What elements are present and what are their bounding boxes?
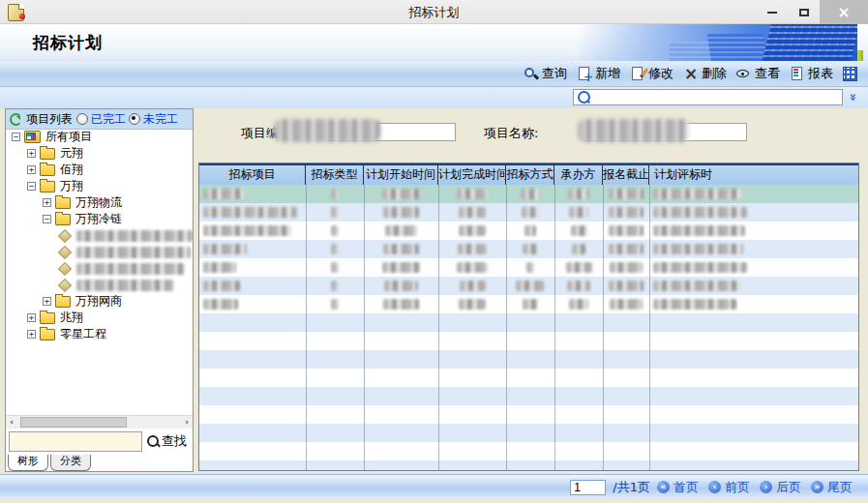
table-row[interactable]	[199, 258, 858, 277]
radio-unchecked[interactable]	[76, 113, 88, 125]
pager-button-后页[interactable]: ›后页	[760, 479, 801, 496]
collapse-toggle-icon[interactable]: −	[27, 182, 36, 191]
tree-item-万翔网商[interactable]: +万翔网商	[6, 293, 193, 310]
redacted-cell	[331, 207, 339, 218]
redacted-cell	[567, 281, 591, 291]
folder-icon	[40, 181, 55, 192]
toolbar-button-view[interactable]: 查看	[732, 63, 785, 84]
redacted-cell	[203, 207, 297, 218]
table-row[interactable]	[199, 222, 858, 240]
tree-item-兆翔[interactable]: +兆翔	[6, 310, 193, 326]
tree-item-label: 所有项目	[45, 129, 92, 145]
toolbar-button-report[interactable]: 报表	[785, 63, 838, 84]
pager-button-首页[interactable]: «首页	[657, 479, 699, 496]
redacted-cell	[331, 262, 339, 273]
redacted-cell	[384, 281, 417, 291]
redacted-cell	[331, 244, 339, 254]
expand-toggle-icon[interactable]: +	[43, 198, 51, 207]
table-row[interactable]	[199, 277, 858, 295]
toolbar-button-label: 新增	[595, 65, 620, 82]
page-number-input[interactable]	[570, 480, 606, 495]
tree-item-redacted[interactable]	[6, 244, 193, 260]
toolbar-button-search[interactable]: 查询	[519, 63, 572, 84]
tree-item-元翔[interactable]: +元翔	[6, 145, 193, 162]
quick-search-input[interactable]	[590, 90, 842, 104]
filter-form: 项目编号: 项目名称:	[198, 108, 859, 163]
table-row-selected[interactable]	[199, 185, 858, 203]
tree-item-万翔物流[interactable]: +万翔物流	[6, 194, 193, 211]
expand-toggle-icon[interactable]: +	[27, 330, 36, 339]
project-name-label: 项目名称:	[484, 125, 538, 142]
toolbar-button-label: 查看	[755, 65, 780, 82]
redacted-cell	[572, 244, 586, 254]
toolbar-button-new[interactable]: 新增	[572, 63, 625, 84]
collapse-panel-icon[interactable]: «	[845, 93, 859, 101]
folder-icon	[55, 214, 71, 225]
tree-item-redacted[interactable]	[6, 277, 193, 293]
tree-item-零星工程[interactable]: +零星工程	[6, 326, 193, 342]
toolbar-button-grid[interactable]	[838, 65, 862, 83]
pager-button-label: 后页	[776, 479, 801, 496]
minimize-icon	[767, 12, 777, 14]
table-grid-line	[438, 185, 439, 470]
horizontal-scrollbar[interactable]: ‹ ›	[6, 415, 193, 429]
radio-checked[interactable]	[129, 113, 140, 125]
minimize-button[interactable]	[756, 0, 788, 24]
toolbar-button-edit[interactable]: 修改	[625, 63, 678, 84]
tree-item-佰翔[interactable]: +佰翔	[6, 162, 193, 178]
sidebar-tab-分类[interactable]: 分类	[50, 455, 91, 471]
tree-item-万翔冷链[interactable]: −万翔冷链	[6, 211, 193, 227]
titlebar: 招标计划 ×	[0, 0, 868, 24]
maximize-button[interactable]	[788, 0, 820, 24]
quick-search-box[interactable]	[573, 89, 843, 105]
redacted-cell	[568, 189, 589, 199]
tree-item-所有项目[interactable]: −所有项目	[6, 129, 193, 145]
pager-button-尾页[interactable]: »尾页	[811, 479, 853, 496]
tree-item-redacted[interactable]	[6, 227, 193, 244]
radio-label[interactable]: 未完工	[143, 111, 178, 128]
column-header-计划完成时间: 计划完成时间	[438, 165, 506, 185]
redacted-cell	[609, 281, 643, 291]
find-button[interactable]: 查找	[147, 432, 187, 450]
window-title: 招标计划	[0, 0, 868, 24]
collapse-toggle-icon[interactable]: −	[12, 133, 20, 141]
folder-icon	[40, 312, 55, 324]
folder-icon	[55, 197, 71, 209]
redacted-cell	[203, 225, 291, 236]
column-header-承办方: 承办方	[554, 165, 603, 185]
expand-toggle-icon[interactable]: +	[27, 313, 36, 322]
toolbar-button-delete[interactable]: 删除	[678, 63, 732, 84]
scroll-left-icon[interactable]: ‹	[6, 416, 17, 429]
toolbar-button-label: 删除	[702, 65, 727, 82]
table-row[interactable]	[199, 240, 858, 258]
projects-root-icon	[24, 131, 41, 143]
expand-toggle-icon[interactable]: +	[43, 297, 51, 306]
tree-item-label: 万翔网商	[75, 293, 122, 310]
tree-item-万翔[interactable]: −万翔	[6, 178, 193, 194]
prev-page-icon: ‹	[708, 481, 721, 493]
tree-item-redacted[interactable]	[6, 260, 193, 277]
expand-toggle-icon[interactable]: +	[27, 149, 36, 158]
refresh-icon[interactable]	[10, 113, 22, 126]
table-row[interactable]	[199, 295, 858, 313]
redacted-tree-label	[76, 280, 173, 291]
tree-item-label: 佰翔	[60, 162, 83, 178]
close-button[interactable]: ×	[820, 0, 868, 24]
expand-toggle-icon[interactable]: +	[27, 165, 36, 174]
redacted-cell	[569, 299, 588, 310]
redacted-tree-label	[76, 247, 191, 258]
first-page-icon: «	[657, 481, 670, 493]
empty-table-row	[199, 442, 858, 460]
radio-label[interactable]: 已完工	[91, 111, 126, 128]
column-header-招标项目: 招标项目	[199, 165, 306, 185]
collapse-toggle-icon[interactable]: −	[43, 215, 51, 223]
empty-table-row	[199, 405, 858, 424]
table-grid-line	[554, 185, 555, 470]
scrollbar-thumb[interactable]	[20, 417, 127, 428]
sidebar-tab-树形[interactable]: 树形	[8, 455, 48, 471]
scroll-right-icon[interactable]: ›	[181, 416, 193, 429]
page-header: 招标计划	[0, 24, 868, 61]
table-row[interactable]	[199, 203, 858, 222]
pager-button-前页[interactable]: ‹前页	[708, 479, 750, 496]
tree-find-input[interactable]	[9, 431, 142, 452]
